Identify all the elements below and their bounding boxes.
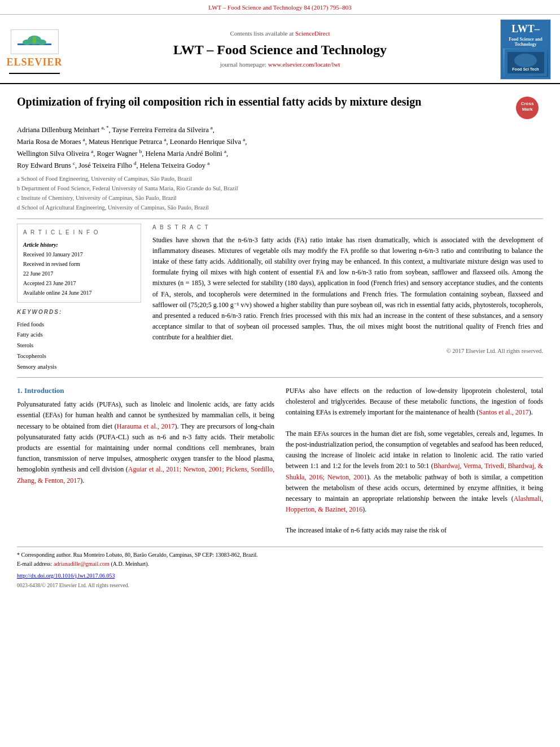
journal-header: ELSEVIER Contents lists available at Sci…	[0, 15, 560, 84]
journal-homepage-line: journal homepage: www.elsevier.com/locat…	[60, 60, 500, 69]
keywords-section: Keywords: Fried foods Fatty acids Sterol…	[17, 308, 141, 373]
svg-rect-2	[33, 37, 36, 43]
cite-santos[interactable]: Santos et al., 2017	[479, 408, 528, 416]
article-history: Article history: Received 10 January 201…	[23, 240, 135, 298]
journal-citation: LWT – Food Science and Technology 84 (20…	[208, 4, 351, 11]
email-note: E-mail address: adrianadille@gmail.com (…	[17, 560, 543, 569]
elsevier-logo-area: ELSEVIER	[9, 25, 60, 74]
lwt-journal-logo: LWT– Food Science and Technology Food Sc…	[500, 19, 551, 79]
corresponding-author-note: * Corresponding author. Rua Monteiro Lob…	[17, 551, 543, 560]
keyword-3: Sterols	[17, 340, 141, 351]
accepted-date: Accepted 23 June 2017	[23, 278, 135, 288]
svg-point-4	[37, 40, 46, 45]
body-section: 1. Introduction Polyunsaturated fatty ac…	[17, 386, 543, 536]
svg-point-3	[23, 40, 32, 45]
lwt-cover-image-icon: Food Sci Tech	[505, 49, 547, 76]
lwt-sub-text: Food Science and Technology	[503, 37, 548, 47]
cite-aguiar[interactable]: Aguiar et al., 2011; Newton, 2001; Picke…	[17, 465, 274, 484]
crossmark-badge[interactable]: Cross Mark	[516, 97, 543, 119]
svg-text:Cross: Cross	[521, 101, 534, 106]
affiliation-c: c Institute of Chemistry, University of …	[17, 194, 543, 203]
footnote-section: * Corresponding author. Rua Monteiro Lob…	[17, 547, 543, 589]
intro-paragraph-1: Polyunsaturated fatty acids (PUFAs), suc…	[17, 399, 274, 486]
revised-date: 22 June 2017	[23, 269, 135, 278]
keyword-2: Fatty acids	[17, 330, 141, 340]
body-left-column: 1. Introduction Polyunsaturated fatty ac…	[17, 386, 274, 536]
article-info-abstract-section: A R T I C L E I N F O Article history: R…	[17, 224, 543, 373]
abstract-section: A B S T R A C T Studies have shown that …	[152, 224, 543, 373]
article-title: Optimization of frying oil composition r…	[17, 94, 509, 109]
received-revised-label: Received in revised form	[23, 259, 135, 269]
keywords-heading: Keywords:	[17, 308, 141, 316]
body-right-column: PUFAs also have effects on the reduction…	[286, 386, 543, 536]
keyword-5: Sensory analysis	[17, 362, 141, 373]
intro-paragraph-right-2: The main EFAs sources in the human diet …	[286, 429, 543, 516]
issn-line: 0023-6438/© 2017 Elsevier Ltd. All right…	[17, 582, 543, 589]
main-content: Optimization of frying oil composition r…	[0, 84, 560, 595]
cite-harauma[interactable]: Harauma et al., 2017	[117, 422, 175, 430]
abstract-heading: A B S T R A C T	[152, 224, 543, 231]
journal-citation-bar: LWT – Food Science and Technology 84 (20…	[0, 0, 560, 15]
lwt-logo-text: LWT–	[503, 22, 548, 36]
journal-center: Contents lists available at ScienceDirec…	[60, 29, 500, 69]
history-label: Article history:	[23, 240, 135, 250]
svg-text:Food Sci Tech: Food Sci Tech	[512, 67, 539, 71]
keyword-4: Tocopherols	[17, 351, 141, 362]
received-date: Received 10 January 2017	[23, 250, 135, 259]
author-email[interactable]: adrianadille@gmail.com	[54, 561, 110, 567]
affiliation-b: b Department of Food Science, Federal Un…	[17, 184, 543, 194]
lwt-logo-image: Food Sci Tech	[503, 49, 548, 77]
abstract-text: Studies have shown that the n-6/n-3 fatt…	[152, 235, 543, 343]
article-info-heading: A R T I C L E I N F O	[23, 229, 135, 237]
keywords-list: Fried foods Fatty acids Sterols Tocopher…	[17, 320, 141, 373]
article-title-section: Optimization of frying oil composition r…	[17, 94, 543, 119]
section-divider	[17, 219, 543, 219]
intro-paragraph-right-3: The increased intake of n-6 fatty acids …	[286, 525, 543, 536]
svg-text:Mark: Mark	[522, 107, 533, 112]
affiliation-d: d School of Agricultural Engineering, Un…	[17, 203, 543, 213]
authors-line: Adriana Dillenburg Meinhart a, *, Tayse …	[17, 124, 543, 172]
introduction-heading: 1. Introduction	[17, 386, 274, 396]
elsevier-tree-icon	[15, 32, 54, 49]
crossmark-svg-icon: Cross Mark	[516, 97, 539, 119]
body-divider	[17, 377, 543, 378]
elsevier-box	[11, 29, 59, 54]
article-info-box: A R T I C L E I N F O Article history: R…	[17, 224, 141, 303]
doi-link[interactable]: http://dx.doi.org/10.1016/j.lwt.2017.06.…	[17, 573, 115, 579]
intro-paragraph-right-1: PUFAs also have effects on the reduction…	[286, 386, 543, 418]
cite-bhardwaj[interactable]: Bhardwaj, Verma, Trivedi, Bhardwaj, & Sh…	[286, 462, 543, 480]
elsevier-label: ELSEVIER	[6, 55, 62, 69]
affiliation-a: a School of Food Engineering, University…	[17, 174, 543, 184]
sciencedirect-line: Contents lists available at ScienceDirec…	[60, 29, 500, 38]
sciencedirect-link[interactable]: ScienceDirect	[295, 30, 330, 37]
affiliations: a School of Food Engineering, University…	[17, 174, 543, 212]
copyright-line: © 2017 Elsevier Ltd. All rights reserved…	[152, 347, 543, 356]
available-date: Available online 24 June 2017	[23, 288, 135, 298]
cite-alashmali[interactable]: Alashmali, Hopperton, & Bazinet, 2016	[286, 495, 543, 513]
doi-line: http://dx.doi.org/10.1016/j.lwt.2017.06.…	[17, 572, 543, 580]
keyword-1: Fried foods	[17, 320, 141, 330]
left-column: A R T I C L E I N F O Article history: R…	[17, 224, 141, 373]
homepage-url[interactable]: www.elsevier.com/locate/lwt	[268, 61, 340, 68]
svg-point-7	[514, 54, 537, 67]
crossmark-icon: Cross Mark	[516, 97, 539, 119]
journal-title: LWT – Food Science and Technology	[60, 41, 500, 60]
